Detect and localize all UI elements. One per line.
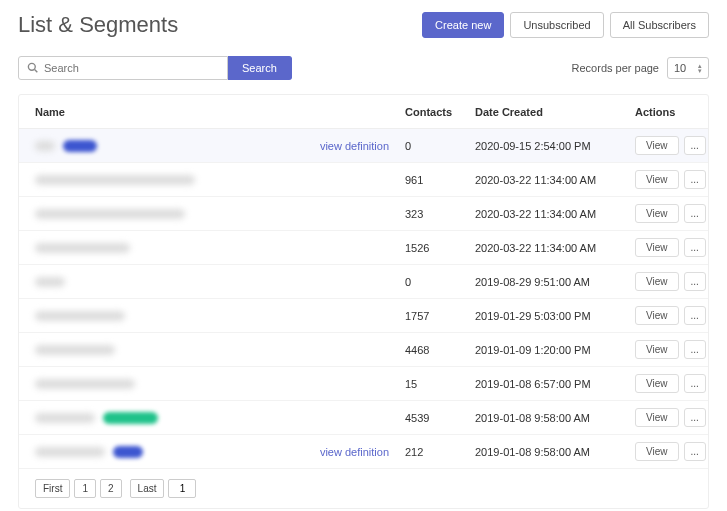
view-button[interactable]: View [635,442,679,461]
more-button[interactable]: ... [684,374,706,393]
cell-contacts: 961 [405,174,475,186]
col-header-name: Name [35,106,405,118]
search-group: Search [18,56,292,80]
create-new-button[interactable]: Create new [422,12,504,38]
cell-name [35,345,405,355]
view-button[interactable]: View [635,306,679,325]
table-row: 17572019-01-29 5:03:00 PMView... [19,299,708,333]
more-button[interactable]: ... [684,408,706,427]
view-button[interactable]: View [635,238,679,257]
redacted-name [35,209,185,219]
redacted-badge [63,140,97,152]
cell-contacts: 323 [405,208,475,220]
records-per-page-value: 10 [674,62,686,74]
redacted-name [35,413,95,423]
redacted-name [35,345,115,355]
redacted-name [35,277,65,287]
cell-date: 2019-01-29 5:03:00 PM [475,310,635,322]
more-button[interactable]: ... [684,170,706,189]
records-per-page-select[interactable]: 10 ▴▾ [667,57,709,79]
cell-date: 2020-03-22 11:34:00 AM [475,174,635,186]
cell-contacts: 212 [405,446,475,458]
cell-actions: View... [635,340,706,359]
more-button[interactable]: ... [684,136,706,155]
view-button[interactable]: View [635,340,679,359]
pagination-page[interactable]: 2 [100,479,122,498]
view-definition-link[interactable]: view definition [320,446,389,458]
svg-line-1 [35,69,38,72]
redacted-name [35,141,55,151]
view-button[interactable]: View [635,136,679,155]
more-button[interactable]: ... [684,442,706,461]
col-header-contacts: Contacts [405,106,475,118]
cell-actions: View... [635,306,706,325]
cell-actions: View... [635,272,706,291]
cell-name [35,209,405,219]
redacted-name [35,447,105,457]
view-button[interactable]: View [635,272,679,291]
cell-contacts: 0 [405,276,475,288]
redacted-badge [113,446,143,458]
more-button[interactable]: ... [684,272,706,291]
view-definition-link[interactable]: view definition [320,140,389,152]
redacted-name [35,311,125,321]
records-per-page-label: Records per page [572,62,659,74]
page-title: List & Segments [18,12,178,38]
header-actions: Create new Unsubscribed All Subscribers [422,12,709,38]
view-button[interactable]: View [635,408,679,427]
pagination-page[interactable]: 1 [74,479,96,498]
table-row: view definition02020-09-15 2:54:00 PMVie… [19,129,708,163]
cell-name [35,243,405,253]
table-row: 9612020-03-22 11:34:00 AMView... [19,163,708,197]
cell-date: 2019-08-29 9:51:00 AM [475,276,635,288]
col-header-actions: Actions [635,106,692,118]
cell-date: 2019-01-08 6:57:00 PM [475,378,635,390]
cell-name: view definition [35,140,405,152]
cell-name [35,412,405,424]
pagination-last[interactable]: Last [130,479,165,498]
table-row: 152019-01-08 6:57:00 PMView... [19,367,708,401]
view-button[interactable]: View [635,204,679,223]
table-row: 02019-08-29 9:51:00 AMView... [19,265,708,299]
pagination-current-input[interactable] [168,479,196,498]
redacted-badge [103,412,158,424]
view-button[interactable]: View [635,170,679,189]
cell-actions: View... [635,374,706,393]
table-header: Name Contacts Date Created Actions [19,95,708,129]
more-button[interactable]: ... [684,306,706,325]
unsubscribed-button[interactable]: Unsubscribed [510,12,603,38]
cell-actions: View... [635,170,706,189]
cell-date: 2020-09-15 2:54:00 PM [475,140,635,152]
more-button[interactable]: ... [684,204,706,223]
cell-contacts: 4539 [405,412,475,424]
table-row: 15262020-03-22 11:34:00 AMView... [19,231,708,265]
cell-date: 2019-01-08 9:58:00 AM [475,446,635,458]
cell-name: view definition [35,446,405,458]
cell-contacts: 0 [405,140,475,152]
cell-name [35,277,405,287]
search-input[interactable] [44,62,219,74]
cell-contacts: 1757 [405,310,475,322]
table-row: 3232020-03-22 11:34:00 AMView... [19,197,708,231]
search-button[interactable]: Search [228,56,292,80]
cell-actions: View... [635,408,706,427]
redacted-name [35,175,195,185]
svg-point-0 [28,63,35,70]
cell-name [35,379,405,389]
more-button[interactable]: ... [684,340,706,359]
cell-actions: View... [635,136,706,155]
cell-date: 2020-03-22 11:34:00 AM [475,242,635,254]
cell-date: 2020-03-22 11:34:00 AM [475,208,635,220]
cell-actions: View... [635,442,706,461]
table-row: 44682019-01-09 1:20:00 PMView... [19,333,708,367]
pagination-first[interactable]: First [35,479,70,498]
more-button[interactable]: ... [684,238,706,257]
cell-actions: View... [635,204,706,223]
stepper-icon: ▴▾ [698,63,702,73]
all-subscribers-button[interactable]: All Subscribers [610,12,709,38]
cell-contacts: 15 [405,378,475,390]
view-button[interactable]: View [635,374,679,393]
redacted-name [35,243,130,253]
cell-name [35,175,405,185]
col-header-date: Date Created [475,106,635,118]
